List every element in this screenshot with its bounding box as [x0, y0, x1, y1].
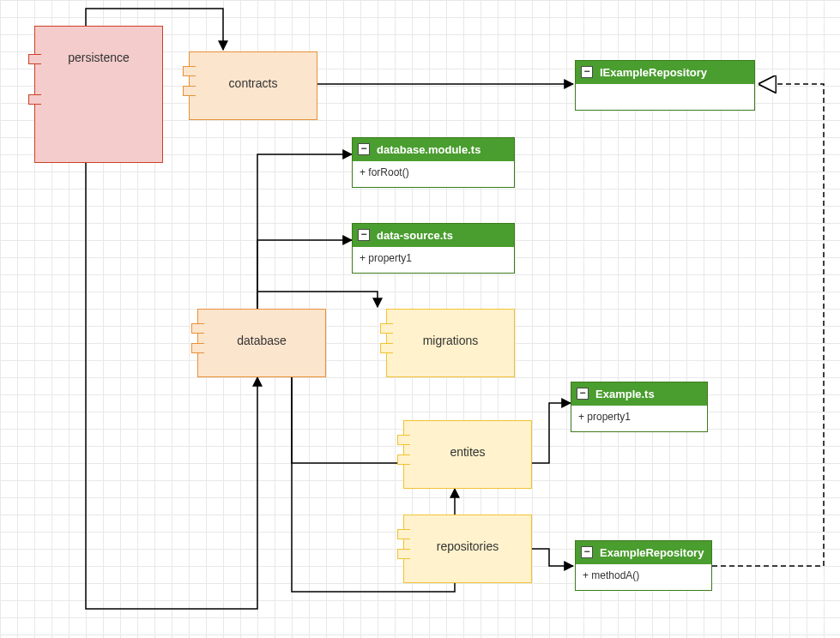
component-lug [183, 86, 196, 96]
component-label: repositories [404, 515, 531, 554]
component-lug [183, 66, 196, 76]
class-header: − database.module.ts [353, 138, 514, 161]
class-name: data-source.ts [377, 229, 453, 242]
component-lug [191, 343, 204, 353]
class-body: + property1 [571, 406, 707, 431]
component-lug [397, 529, 410, 539]
component-database[interactable]: database [197, 309, 326, 377]
collapse-icon[interactable]: − [577, 388, 589, 400]
component-migrations[interactable]: migrations [386, 309, 515, 377]
collapse-icon[interactable]: − [581, 66, 593, 78]
component-lug [28, 54, 41, 64]
class-header: − IExampleRepository [576, 61, 754, 84]
class-body: + forRoot() [353, 161, 514, 187]
collapse-icon[interactable]: − [358, 229, 370, 241]
class-name: Example.ts [595, 388, 655, 400]
class-body: + methodA() [576, 564, 711, 590]
class-header: − data-source.ts [353, 224, 514, 247]
class-header: − Example.ts [571, 382, 707, 406]
class-header: − ExampleRepository [576, 541, 711, 564]
component-label: persistence [35, 27, 162, 65]
component-repositories[interactable]: repositories [403, 515, 532, 583]
collapse-icon[interactable]: − [581, 546, 593, 558]
component-label: contracts [190, 52, 317, 91]
class-name: database.module.ts [377, 143, 480, 156]
component-lug [397, 454, 410, 465]
class-body [576, 84, 754, 110]
component-label: migrations [387, 310, 514, 348]
component-persistence[interactable]: persistence [34, 26, 163, 163]
component-entities[interactable]: entites [403, 420, 532, 489]
component-lug [380, 343, 393, 353]
component-lug [380, 323, 393, 334]
component-lug [397, 549, 410, 559]
class-name: IExampleRepository [600, 66, 707, 79]
diagram-canvas: persistence contracts database migration… [0, 0, 840, 638]
component-contracts[interactable]: contracts [189, 51, 317, 120]
class-iexample-repository[interactable]: − IExampleRepository [575, 60, 755, 111]
class-data-source[interactable]: − data-source.ts + property1 [352, 223, 515, 274]
component-label: entites [404, 421, 531, 460]
class-database-module[interactable]: − database.module.ts + forRoot() [352, 137, 515, 188]
component-lug [28, 94, 41, 105]
class-name: ExampleRepository [600, 546, 704, 559]
component-lug [397, 435, 410, 445]
component-lug [191, 323, 204, 334]
class-example[interactable]: − Example.ts + property1 [571, 382, 708, 432]
collapse-icon[interactable]: − [358, 143, 370, 155]
component-label: database [198, 310, 325, 348]
class-example-repository[interactable]: − ExampleRepository + methodA() [575, 540, 712, 591]
class-body: + property1 [353, 247, 514, 273]
